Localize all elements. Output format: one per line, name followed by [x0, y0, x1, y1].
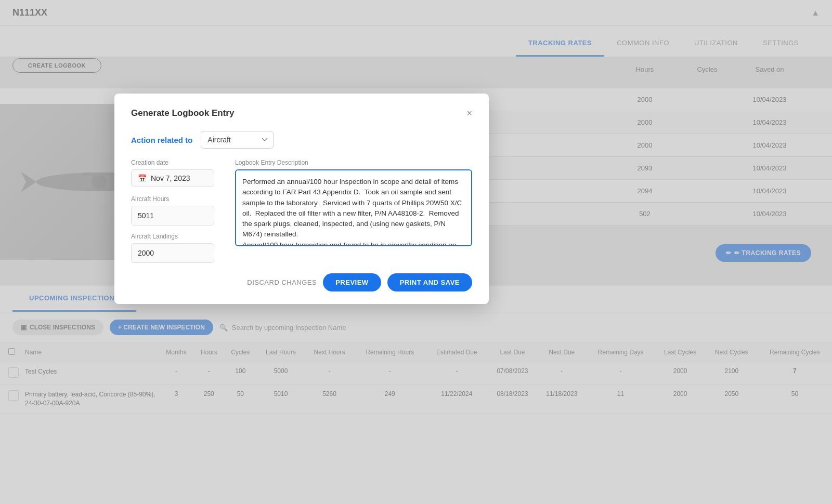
aircraft-landings-input[interactable] [131, 243, 214, 263]
action-related-row: Action related to Aircraft [131, 131, 472, 149]
modal-footer: DISCARD CHANGES PREVIEW PRINT AND SAVE [131, 273, 472, 291]
entry-description-label: Logbook Entry Description [235, 159, 472, 166]
modal-title: Generate Logbook Entry [131, 108, 234, 118]
action-related-label: Action related to [131, 136, 192, 144]
entry-description-section: Logbook Entry Description Performed an a… [235, 159, 472, 263]
date-input-wrapper[interactable]: 📅 Nov 7, 2023 [131, 169, 214, 187]
creation-date-value: Nov 7, 2023 [151, 174, 190, 182]
creation-date-field: Creation date 📅 Nov 7, 2023 [131, 159, 225, 187]
aircraft-hours-label: Aircraft Hours [131, 195, 225, 203]
aircraft-landings-field: Aircraft Landings [131, 233, 225, 263]
discard-changes-button[interactable]: DISCARD CHANGES [247, 278, 317, 286]
modal-close-button[interactable]: × [466, 109, 472, 118]
aircraft-hours-field: Aircraft Hours [131, 195, 225, 226]
action-related-select[interactable]: Aircraft [201, 131, 274, 149]
entry-description-textarea[interactable]: Performed an annual/100 hour inspection … [235, 169, 472, 246]
modal-body: Creation date 📅 Nov 7, 2023 Aircraft Hou… [131, 159, 472, 263]
aircraft-landings-label: Aircraft Landings [131, 233, 225, 240]
preview-button[interactable]: PREVIEW [323, 273, 381, 291]
print-save-button[interactable]: PRINT AND SAVE [387, 273, 472, 291]
calendar-icon: 📅 [138, 174, 147, 182]
creation-date-label: Creation date [131, 159, 225, 166]
modal-header: Generate Logbook Entry × [131, 108, 472, 118]
modal-left-fields: Creation date 📅 Nov 7, 2023 Aircraft Hou… [131, 159, 225, 263]
generate-logbook-modal: Generate Logbook Entry × Action related … [114, 94, 489, 304]
aircraft-hours-input[interactable] [131, 206, 214, 226]
